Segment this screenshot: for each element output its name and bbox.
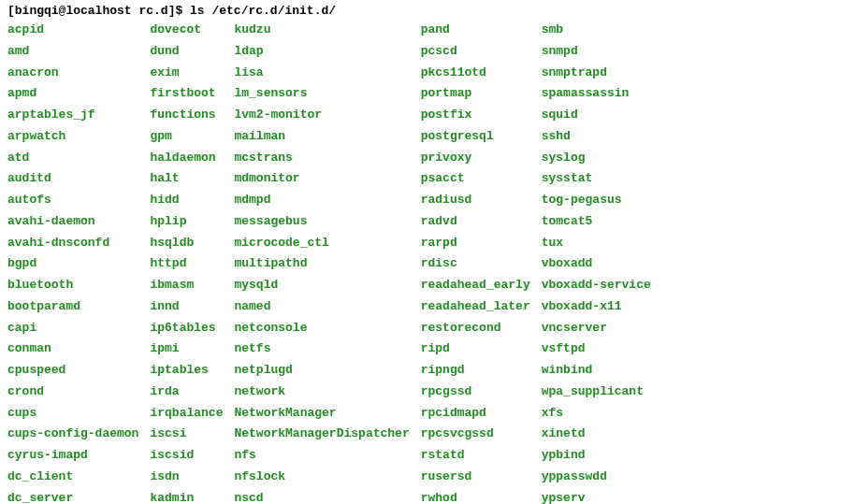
file-entry: innd — [150, 296, 223, 318]
file-entry: cups-config-daemon — [7, 424, 138, 445]
file-entry: sshd — [542, 126, 651, 148]
file-entry: sysstat — [542, 168, 651, 190]
file-entry: postgresql — [421, 126, 530, 148]
file-entry: haldaemon — [150, 148, 223, 169]
file-entry: dc_client — [7, 467, 138, 488]
file-entry: network — [234, 382, 409, 403]
file-entry: ypbind — [542, 445, 651, 467]
file-entry: vncserver — [542, 318, 651, 339]
file-entry: gpm — [150, 126, 223, 148]
file-entry: xfs — [542, 403, 651, 425]
file-entry: exim — [150, 63, 223, 84]
file-entry: winbind — [542, 360, 651, 382]
file-entry: readahead_early — [421, 275, 530, 296]
file-entry: cups — [7, 403, 138, 425]
listing-column-1: dovecotdundeximfirstbootfunctionsgpmhald… — [150, 20, 223, 504]
file-entry: snmpd — [542, 41, 651, 63]
file-entry: hplip — [150, 211, 223, 233]
file-entry: yppasswdd — [542, 467, 651, 488]
file-entry: avahi-daemon — [7, 211, 138, 233]
file-entry: vboxadd-service — [542, 275, 651, 296]
file-entry: functions — [150, 105, 223, 126]
file-entry: nfs — [234, 445, 409, 467]
file-entry: ibmasm — [150, 275, 223, 296]
file-entry: irqbalance — [150, 403, 223, 425]
file-entry: rpcgssd — [421, 382, 530, 403]
file-entry: iscsi — [150, 424, 223, 445]
file-entry: ldap — [234, 41, 409, 63]
directory-listing: acpidamdanacronapmdarptables_jfarpwatcha… — [7, 20, 848, 504]
file-entry: lisa — [234, 63, 409, 84]
listing-column-3: pandpcscdpkcs11otdportmappostfixpostgres… — [421, 20, 530, 504]
file-entry: ypserv — [542, 488, 651, 505]
file-entry: rwhod — [421, 488, 530, 505]
file-entry: amd — [7, 41, 138, 63]
file-entry: dovecot — [150, 20, 223, 41]
file-entry: dc_server — [7, 488, 138, 505]
listing-column-0: acpidamdanacronapmdarptables_jfarpwatcha… — [7, 20, 138, 504]
file-entry: netconsole — [234, 318, 409, 339]
file-entry: bootparamd — [7, 296, 138, 318]
file-entry: spamassassin — [542, 83, 651, 105]
file-entry: lvm2-monitor — [234, 105, 409, 126]
file-entry: named — [234, 296, 409, 318]
file-entry: radvd — [421, 211, 530, 233]
file-entry: NetworkManager — [234, 403, 409, 425]
listing-column-2: kudzuldaplisalm_sensorslvm2-monitormailm… — [234, 20, 409, 504]
file-entry: rusersd — [421, 467, 530, 488]
file-entry: mysqld — [234, 275, 409, 296]
file-entry: atd — [7, 148, 138, 169]
file-entry: auditd — [7, 168, 138, 190]
file-entry: lm_sensors — [234, 83, 409, 105]
file-entry: iscsid — [150, 445, 223, 467]
file-entry: arptables_jf — [7, 105, 138, 126]
prompt-command: ls /etc/rc.d/init.d/ — [190, 4, 336, 18]
file-entry: cpuspeed — [7, 360, 138, 382]
file-entry: messagebus — [234, 211, 409, 233]
file-entry: multipathd — [234, 253, 409, 275]
file-entry: pand — [421, 20, 530, 41]
file-entry: ipmi — [150, 338, 223, 360]
file-entry: bgpd — [7, 253, 138, 275]
file-entry: hsqldb — [150, 233, 223, 254]
file-entry: crond — [7, 382, 138, 403]
prompt-user-host: [bingqi@localhost rc.d]$ — [7, 4, 182, 18]
file-entry: snmptrapd — [542, 63, 651, 84]
file-entry: acpid — [7, 20, 138, 41]
file-entry: capi — [7, 318, 138, 339]
file-entry: dund — [150, 41, 223, 63]
file-entry: microcode_ctl — [234, 233, 409, 254]
file-entry: xinetd — [542, 424, 651, 445]
file-entry: ripngd — [421, 360, 530, 382]
file-entry: rarpd — [421, 233, 530, 254]
file-entry: rpcidmapd — [421, 403, 530, 425]
file-entry: rpcsvcgssd — [421, 424, 530, 445]
file-entry: hidd — [150, 190, 223, 211]
file-entry: pkcs11otd — [421, 63, 530, 84]
file-entry: vboxadd-x11 — [542, 296, 651, 318]
file-entry: tog-pegasus — [542, 190, 651, 211]
file-entry: vsftpd — [542, 338, 651, 360]
file-entry: mcstrans — [234, 148, 409, 169]
file-entry: ip6tables — [150, 318, 223, 339]
file-entry: kudzu — [234, 20, 409, 41]
file-entry: postfix — [421, 105, 530, 126]
file-entry: syslog — [542, 148, 651, 169]
file-entry: netplugd — [234, 360, 409, 382]
file-entry: readahead_later — [421, 296, 530, 318]
file-entry: portmap — [421, 83, 530, 105]
file-entry: isdn — [150, 467, 223, 488]
file-entry: firstboot — [150, 83, 223, 105]
file-entry: autofs — [7, 190, 138, 211]
file-entry: mailman — [234, 126, 409, 148]
file-entry: cyrus-imapd — [7, 445, 138, 467]
file-entry: halt — [150, 168, 223, 190]
shell-prompt-line: [bingqi@localhost rc.d]$ ls /etc/rc.d/in… — [7, 4, 848, 18]
file-entry: apmd — [7, 83, 138, 105]
file-entry: nfslock — [234, 467, 409, 488]
file-entry: rstatd — [421, 445, 530, 467]
listing-column-4: smbsnmpdsnmptrapdspamassassinsquidsshdsy… — [542, 20, 651, 504]
file-entry: mdmpd — [234, 190, 409, 211]
file-entry: netfs — [234, 338, 409, 360]
file-entry: httpd — [150, 253, 223, 275]
